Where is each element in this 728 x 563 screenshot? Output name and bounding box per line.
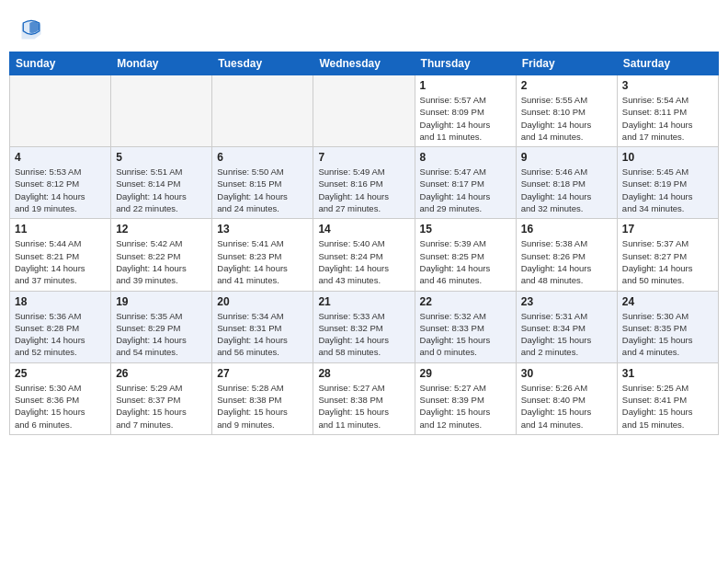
- day-number: 7: [318, 151, 409, 164]
- day-detail: Sunrise: 5:28 AM Sunset: 8:38 PM Dayligh…: [217, 382, 308, 431]
- day-number: 3: [622, 79, 713, 92]
- calendar-cell: 17Sunrise: 5:37 AM Sunset: 8:27 PM Dayli…: [617, 219, 718, 291]
- logo: [18, 17, 48, 42]
- day-detail: Sunrise: 5:25 AM Sunset: 8:41 PM Dayligh…: [622, 382, 713, 431]
- calendar-cell: 1Sunrise: 5:57 AM Sunset: 8:09 PM Daylig…: [415, 75, 516, 147]
- day-number: 10: [622, 151, 713, 164]
- day-detail: Sunrise: 5:44 AM Sunset: 8:21 PM Dayligh…: [15, 237, 106, 286]
- calendar-cell: 13Sunrise: 5:41 AM Sunset: 8:23 PM Dayli…: [212, 219, 313, 291]
- day-number: 30: [521, 367, 612, 380]
- calendar-cell: 19Sunrise: 5:35 AM Sunset: 8:29 PM Dayli…: [111, 291, 212, 362]
- calendar-cell: 29Sunrise: 5:27 AM Sunset: 8:39 PM Dayli…: [415, 362, 516, 434]
- day-detail: Sunrise: 5:53 AM Sunset: 8:12 PM Dayligh…: [15, 166, 106, 214]
- week-row-3: 11Sunrise: 5:44 AM Sunset: 8:21 PM Dayli…: [10, 219, 719, 291]
- calendar-cell: 3Sunrise: 5:54 AM Sunset: 8:11 PM Daylig…: [617, 75, 718, 147]
- calendar-table: SundayMondayTuesdayWednesdayThursdayFrid…: [9, 52, 719, 435]
- weekday-header-monday: Monday: [111, 52, 212, 75]
- day-number: 1: [420, 79, 511, 92]
- day-detail: Sunrise: 5:57 AM Sunset: 8:09 PM Dayligh…: [420, 94, 511, 143]
- calendar-cell: 28Sunrise: 5:27 AM Sunset: 8:38 PM Dayli…: [313, 362, 415, 434]
- day-detail: Sunrise: 5:51 AM Sunset: 8:14 PM Dayligh…: [116, 166, 207, 214]
- day-number: 31: [622, 367, 713, 380]
- day-detail: Sunrise: 5:49 AM Sunset: 8:16 PM Dayligh…: [318, 166, 409, 214]
- calendar-cell: 2Sunrise: 5:55 AM Sunset: 8:10 PM Daylig…: [516, 75, 617, 147]
- day-detail: Sunrise: 5:41 AM Sunset: 8:23 PM Dayligh…: [217, 237, 308, 286]
- day-detail: Sunrise: 5:54 AM Sunset: 8:11 PM Dayligh…: [622, 94, 713, 143]
- day-number: 24: [622, 295, 713, 308]
- day-number: 4: [15, 151, 106, 164]
- weekday-header-thursday: Thursday: [415, 52, 516, 75]
- week-row-4: 18Sunrise: 5:36 AM Sunset: 8:28 PM Dayli…: [10, 291, 719, 362]
- calendar-cell: 8Sunrise: 5:47 AM Sunset: 8:17 PM Daylig…: [415, 147, 516, 219]
- day-detail: Sunrise: 5:38 AM Sunset: 8:26 PM Dayligh…: [521, 237, 612, 286]
- calendar-cell: 11Sunrise: 5:44 AM Sunset: 8:21 PM Dayli…: [10, 219, 111, 291]
- page-header: [9, 9, 719, 46]
- day-detail: Sunrise: 5:32 AM Sunset: 8:33 PM Dayligh…: [420, 310, 511, 359]
- calendar-cell: [212, 75, 313, 147]
- calendar-cell: 14Sunrise: 5:40 AM Sunset: 8:24 PM Dayli…: [313, 219, 415, 291]
- day-number: 17: [622, 223, 713, 236]
- weekday-header-wednesday: Wednesday: [313, 52, 415, 75]
- calendar-cell: [10, 75, 111, 147]
- calendar-cell: 27Sunrise: 5:28 AM Sunset: 8:38 PM Dayli…: [212, 362, 313, 434]
- week-row-2: 4Sunrise: 5:53 AM Sunset: 8:12 PM Daylig…: [10, 147, 719, 219]
- calendar-cell: 24Sunrise: 5:30 AM Sunset: 8:35 PM Dayli…: [617, 291, 718, 362]
- day-number: 6: [217, 151, 308, 164]
- weekday-header-sunday: Sunday: [10, 52, 111, 75]
- day-number: 2: [521, 79, 612, 92]
- day-detail: Sunrise: 5:36 AM Sunset: 8:28 PM Dayligh…: [15, 310, 106, 359]
- day-detail: Sunrise: 5:26 AM Sunset: 8:40 PM Dayligh…: [521, 382, 612, 431]
- day-detail: Sunrise: 5:55 AM Sunset: 8:10 PM Dayligh…: [521, 94, 612, 143]
- weekday-header-saturday: Saturday: [617, 52, 718, 75]
- day-detail: Sunrise: 5:30 AM Sunset: 8:36 PM Dayligh…: [15, 382, 106, 431]
- day-detail: Sunrise: 5:45 AM Sunset: 8:19 PM Dayligh…: [622, 166, 713, 214]
- day-detail: Sunrise: 5:27 AM Sunset: 8:39 PM Dayligh…: [420, 382, 511, 431]
- weekday-header-tuesday: Tuesday: [212, 52, 313, 75]
- day-detail: Sunrise: 5:29 AM Sunset: 8:37 PM Dayligh…: [116, 382, 207, 431]
- day-number: 21: [318, 295, 409, 308]
- day-detail: Sunrise: 5:39 AM Sunset: 8:25 PM Dayligh…: [420, 237, 511, 286]
- day-detail: Sunrise: 5:37 AM Sunset: 8:27 PM Dayligh…: [622, 237, 713, 286]
- weekday-header-row: SundayMondayTuesdayWednesdayThursdayFrid…: [10, 52, 719, 75]
- day-detail: Sunrise: 5:27 AM Sunset: 8:38 PM Dayligh…: [318, 382, 409, 431]
- day-number: 13: [217, 223, 308, 236]
- calendar-cell: 31Sunrise: 5:25 AM Sunset: 8:41 PM Dayli…: [617, 362, 718, 434]
- calendar-cell: 26Sunrise: 5:29 AM Sunset: 8:37 PM Dayli…: [111, 362, 212, 434]
- day-detail: Sunrise: 5:46 AM Sunset: 8:18 PM Dayligh…: [521, 166, 612, 214]
- day-number: 29: [420, 367, 511, 380]
- day-detail: Sunrise: 5:33 AM Sunset: 8:32 PM Dayligh…: [318, 310, 409, 359]
- day-number: 26: [116, 367, 207, 380]
- day-number: 19: [116, 295, 207, 308]
- day-number: 15: [420, 223, 511, 236]
- day-detail: Sunrise: 5:35 AM Sunset: 8:29 PM Dayligh…: [116, 310, 207, 359]
- calendar-cell: 18Sunrise: 5:36 AM Sunset: 8:28 PM Dayli…: [10, 291, 111, 362]
- calendar-cell: 5Sunrise: 5:51 AM Sunset: 8:14 PM Daylig…: [111, 147, 212, 219]
- day-number: 12: [116, 223, 207, 236]
- day-number: 5: [116, 151, 207, 164]
- logo-icon: [18, 17, 44, 42]
- calendar-cell: 21Sunrise: 5:33 AM Sunset: 8:32 PM Dayli…: [313, 291, 415, 362]
- day-number: 9: [521, 151, 612, 164]
- day-number: 28: [318, 367, 409, 380]
- day-detail: Sunrise: 5:31 AM Sunset: 8:34 PM Dayligh…: [521, 310, 612, 359]
- day-number: 18: [15, 295, 106, 308]
- day-number: 22: [420, 295, 511, 308]
- day-number: 25: [15, 367, 106, 380]
- calendar-cell: 10Sunrise: 5:45 AM Sunset: 8:19 PM Dayli…: [617, 147, 718, 219]
- calendar-cell: 30Sunrise: 5:26 AM Sunset: 8:40 PM Dayli…: [516, 362, 617, 434]
- day-detail: Sunrise: 5:47 AM Sunset: 8:17 PM Dayligh…: [420, 166, 511, 214]
- calendar-cell: [313, 75, 415, 147]
- calendar-cell: 20Sunrise: 5:34 AM Sunset: 8:31 PM Dayli…: [212, 291, 313, 362]
- calendar-cell: 9Sunrise: 5:46 AM Sunset: 8:18 PM Daylig…: [516, 147, 617, 219]
- calendar-cell: 16Sunrise: 5:38 AM Sunset: 8:26 PM Dayli…: [516, 219, 617, 291]
- calendar-cell: [111, 75, 212, 147]
- day-number: 11: [15, 223, 106, 236]
- week-row-5: 25Sunrise: 5:30 AM Sunset: 8:36 PM Dayli…: [10, 362, 719, 434]
- day-number: 8: [420, 151, 511, 164]
- calendar-cell: 25Sunrise: 5:30 AM Sunset: 8:36 PM Dayli…: [10, 362, 111, 434]
- weekday-header-friday: Friday: [516, 52, 617, 75]
- day-number: 23: [521, 295, 612, 308]
- calendar-cell: 7Sunrise: 5:49 AM Sunset: 8:16 PM Daylig…: [313, 147, 415, 219]
- week-row-1: 1Sunrise: 5:57 AM Sunset: 8:09 PM Daylig…: [10, 75, 719, 147]
- calendar-cell: 22Sunrise: 5:32 AM Sunset: 8:33 PM Dayli…: [415, 291, 516, 362]
